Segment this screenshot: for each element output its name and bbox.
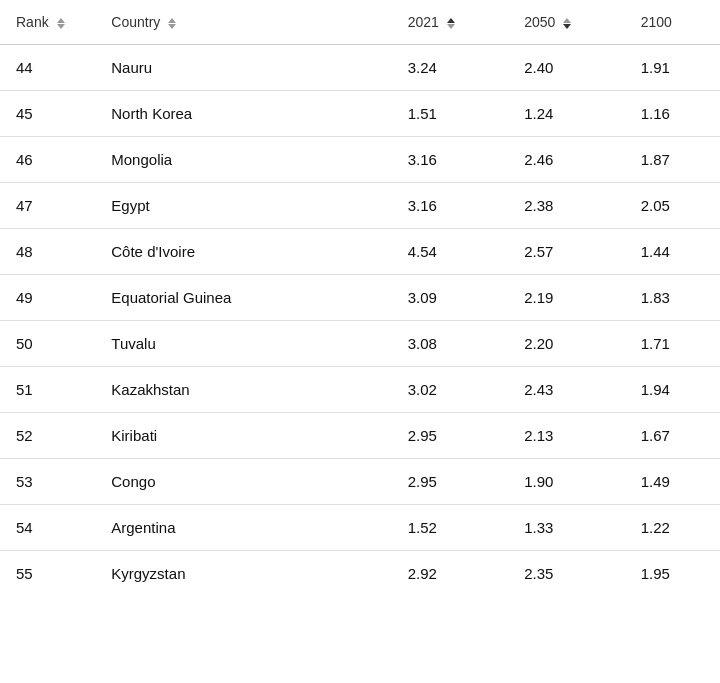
table-row: 54Argentina1.521.331.22 xyxy=(0,505,720,551)
cell-rank: 48 xyxy=(0,229,95,275)
cell-2100: 1.71 xyxy=(625,321,720,367)
cell-2100: 1.22 xyxy=(625,505,720,551)
table-row: 51Kazakhstan3.022.431.94 xyxy=(0,367,720,413)
data-table: Rank Country 2021 xyxy=(0,0,720,596)
table-header-row: Rank Country 2021 xyxy=(0,0,720,45)
cell-2100: 1.95 xyxy=(625,551,720,597)
cell-2050: 2.57 xyxy=(508,229,624,275)
cell-2050: 1.90 xyxy=(508,459,624,505)
sort-down-arrow xyxy=(447,24,455,29)
cell-2050: 2.46 xyxy=(508,137,624,183)
cell-2021: 1.51 xyxy=(392,91,508,137)
cell-rank: 54 xyxy=(0,505,95,551)
cell-2021: 3.09 xyxy=(392,275,508,321)
cell-2050: 2.43 xyxy=(508,367,624,413)
table-row: 53Congo2.951.901.49 xyxy=(0,459,720,505)
cell-2021: 2.95 xyxy=(392,413,508,459)
cell-country: Kiribati xyxy=(95,413,391,459)
col-header-2050[interactable]: 2050 xyxy=(508,0,624,45)
cell-2050: 2.20 xyxy=(508,321,624,367)
cell-2050: 2.35 xyxy=(508,551,624,597)
cell-2100: 1.94 xyxy=(625,367,720,413)
table-row: 47Egypt3.162.382.05 xyxy=(0,183,720,229)
year2050-sort-icon[interactable] xyxy=(563,18,571,29)
table-row: 48Côte d'Ivoire4.542.571.44 xyxy=(0,229,720,275)
cell-2021: 3.24 xyxy=(392,45,508,91)
cell-2100: 1.49 xyxy=(625,459,720,505)
cell-rank: 45 xyxy=(0,91,95,137)
table-row: 52Kiribati2.952.131.67 xyxy=(0,413,720,459)
country-sort-icon[interactable] xyxy=(168,18,176,29)
cell-country: Kazakhstan xyxy=(95,367,391,413)
cell-2100: 1.16 xyxy=(625,91,720,137)
cell-country: Congo xyxy=(95,459,391,505)
cell-country: Mongolia xyxy=(95,137,391,183)
table-body: 44Nauru3.242.401.9145North Korea1.511.24… xyxy=(0,45,720,597)
cell-2050: 2.19 xyxy=(508,275,624,321)
sort-down-arrow xyxy=(57,24,65,29)
col-header-2100[interactable]: 2100 xyxy=(625,0,720,45)
table-row: 50Tuvalu3.082.201.71 xyxy=(0,321,720,367)
cell-2050: 2.40 xyxy=(508,45,624,91)
cell-rank: 46 xyxy=(0,137,95,183)
cell-country: Kyrgyzstan xyxy=(95,551,391,597)
cell-country: Egypt xyxy=(95,183,391,229)
cell-2021: 3.16 xyxy=(392,137,508,183)
cell-2021: 3.16 xyxy=(392,183,508,229)
sort-up-arrow xyxy=(168,18,176,23)
cell-country: Côte d'Ivoire xyxy=(95,229,391,275)
cell-2021: 3.02 xyxy=(392,367,508,413)
cell-2050: 2.13 xyxy=(508,413,624,459)
year2021-sort-icon[interactable] xyxy=(447,18,455,29)
cell-rank: 53 xyxy=(0,459,95,505)
cell-2100: 1.44 xyxy=(625,229,720,275)
cell-2021: 3.08 xyxy=(392,321,508,367)
cell-country: Argentina xyxy=(95,505,391,551)
cell-rank: 44 xyxy=(0,45,95,91)
cell-2100: 1.83 xyxy=(625,275,720,321)
table-row: 46Mongolia3.162.461.87 xyxy=(0,137,720,183)
sort-down-arrow xyxy=(563,24,571,29)
table-row: 44Nauru3.242.401.91 xyxy=(0,45,720,91)
cell-country: North Korea xyxy=(95,91,391,137)
cell-country: Tuvalu xyxy=(95,321,391,367)
cell-country: Nauru xyxy=(95,45,391,91)
cell-2050: 1.24 xyxy=(508,91,624,137)
table-row: 55Kyrgyzstan2.922.351.95 xyxy=(0,551,720,597)
sort-up-arrow xyxy=(563,18,571,23)
cell-rank: 50 xyxy=(0,321,95,367)
cell-rank: 47 xyxy=(0,183,95,229)
cell-rank: 49 xyxy=(0,275,95,321)
rank-sort-icon[interactable] xyxy=(57,18,65,29)
sort-down-arrow xyxy=(168,24,176,29)
cell-2100: 1.67 xyxy=(625,413,720,459)
cell-2100: 2.05 xyxy=(625,183,720,229)
cell-2021: 4.54 xyxy=(392,229,508,275)
cell-rank: 55 xyxy=(0,551,95,597)
sort-up-arrow xyxy=(57,18,65,23)
col-header-country[interactable]: Country xyxy=(95,0,391,45)
cell-2100: 1.91 xyxy=(625,45,720,91)
col-header-rank[interactable]: Rank xyxy=(0,0,95,45)
cell-2050: 2.38 xyxy=(508,183,624,229)
cell-2021: 1.52 xyxy=(392,505,508,551)
cell-country: Equatorial Guinea xyxy=(95,275,391,321)
cell-2050: 1.33 xyxy=(508,505,624,551)
table-row: 45North Korea1.511.241.16 xyxy=(0,91,720,137)
cell-2021: 2.92 xyxy=(392,551,508,597)
sort-up-arrow xyxy=(447,18,455,23)
table-row: 49Equatorial Guinea3.092.191.83 xyxy=(0,275,720,321)
cell-2021: 2.95 xyxy=(392,459,508,505)
col-header-2021[interactable]: 2021 xyxy=(392,0,508,45)
cell-rank: 52 xyxy=(0,413,95,459)
cell-rank: 51 xyxy=(0,367,95,413)
cell-2100: 1.87 xyxy=(625,137,720,183)
